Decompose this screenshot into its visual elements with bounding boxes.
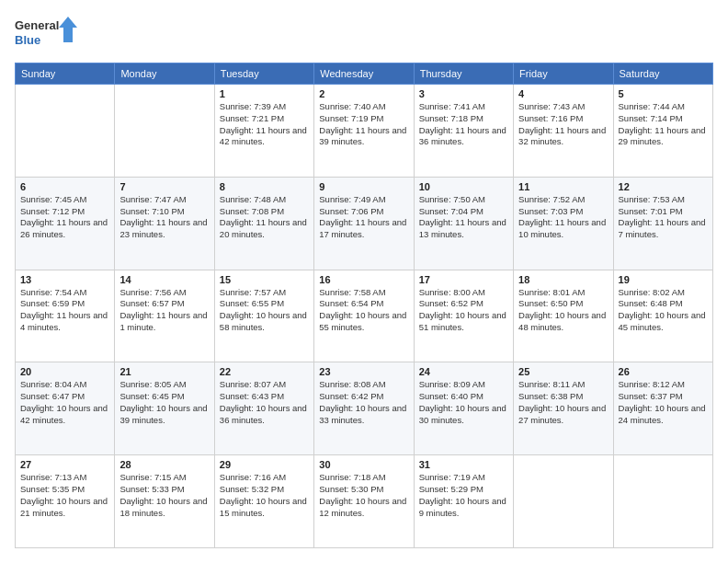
page-header: General Blue bbox=[15, 15, 713, 53]
day-number: 5 bbox=[619, 88, 708, 99]
day-cell: 26Sunrise: 8:12 AM Sunset: 6:37 PM Dayli… bbox=[613, 362, 712, 455]
day-cell: 1Sunrise: 7:39 AM Sunset: 7:21 PM Daylig… bbox=[214, 85, 313, 178]
day-info: Sunrise: 7:43 AM Sunset: 7:16 PM Dayligh… bbox=[518, 101, 608, 148]
day-info: Sunrise: 8:09 AM Sunset: 6:40 PM Dayligh… bbox=[419, 379, 508, 426]
day-cell: 10Sunrise: 7:50 AM Sunset: 7:04 PM Dayli… bbox=[414, 177, 513, 270]
day-cell: 2Sunrise: 7:40 AM Sunset: 7:19 PM Daylig… bbox=[314, 85, 414, 178]
day-cell: 13Sunrise: 7:54 AM Sunset: 6:59 PM Dayli… bbox=[16, 270, 115, 362]
day-number: 3 bbox=[419, 88, 508, 99]
day-number: 8 bbox=[220, 181, 309, 192]
day-info: Sunrise: 7:44 AM Sunset: 7:14 PM Dayligh… bbox=[619, 101, 708, 148]
day-number: 26 bbox=[619, 366, 708, 377]
day-cell: 23Sunrise: 8:08 AM Sunset: 6:42 PM Dayli… bbox=[314, 362, 414, 455]
weekday-friday: Friday bbox=[514, 63, 613, 85]
day-info: Sunrise: 7:40 AM Sunset: 7:19 PM Dayligh… bbox=[319, 101, 408, 148]
day-cell: 27Sunrise: 7:13 AM Sunset: 5:35 PM Dayli… bbox=[16, 455, 115, 548]
day-number: 23 bbox=[319, 366, 408, 377]
day-info: Sunrise: 7:56 AM Sunset: 6:57 PM Dayligh… bbox=[119, 287, 209, 334]
day-cell bbox=[16, 85, 115, 178]
day-number: 1 bbox=[220, 88, 309, 99]
day-number: 22 bbox=[220, 366, 309, 377]
day-number: 21 bbox=[119, 366, 209, 377]
day-cell: 4Sunrise: 7:43 AM Sunset: 7:16 PM Daylig… bbox=[514, 85, 613, 178]
day-cell: 9Sunrise: 7:49 AM Sunset: 7:06 PM Daylig… bbox=[314, 177, 414, 270]
calendar-table: SundayMondayTuesdayWednesdayThursdayFrid… bbox=[15, 63, 713, 548]
day-cell: 18Sunrise: 8:01 AM Sunset: 6:50 PM Dayli… bbox=[514, 270, 613, 362]
day-cell: 30Sunrise: 7:18 AM Sunset: 5:30 PM Dayli… bbox=[314, 455, 414, 548]
day-info: Sunrise: 7:48 AM Sunset: 7:08 PM Dayligh… bbox=[220, 194, 309, 241]
day-info: Sunrise: 7:57 AM Sunset: 6:55 PM Dayligh… bbox=[220, 287, 309, 334]
day-number: 9 bbox=[319, 181, 408, 192]
day-number: 12 bbox=[619, 181, 708, 192]
day-info: Sunrise: 7:49 AM Sunset: 7:06 PM Dayligh… bbox=[319, 194, 408, 241]
day-info: Sunrise: 7:54 AM Sunset: 6:59 PM Dayligh… bbox=[20, 287, 109, 334]
day-cell: 14Sunrise: 7:56 AM Sunset: 6:57 PM Dayli… bbox=[115, 270, 214, 362]
day-number: 14 bbox=[119, 274, 209, 285]
day-cell: 16Sunrise: 7:58 AM Sunset: 6:54 PM Dayli… bbox=[314, 270, 414, 362]
day-cell: 17Sunrise: 8:00 AM Sunset: 6:52 PM Dayli… bbox=[414, 270, 513, 362]
week-row-4: 27Sunrise: 7:13 AM Sunset: 5:35 PM Dayli… bbox=[16, 455, 713, 548]
day-cell: 24Sunrise: 8:09 AM Sunset: 6:40 PM Dayli… bbox=[414, 362, 513, 455]
svg-text:General: General bbox=[15, 18, 59, 32]
day-info: Sunrise: 7:58 AM Sunset: 6:54 PM Dayligh… bbox=[319, 287, 408, 334]
weekday-thursday: Thursday bbox=[414, 63, 513, 85]
day-number: 18 bbox=[518, 274, 608, 285]
day-number: 11 bbox=[518, 181, 608, 192]
day-info: Sunrise: 7:52 AM Sunset: 7:03 PM Dayligh… bbox=[518, 194, 608, 241]
weekday-tuesday: Tuesday bbox=[214, 63, 313, 85]
day-cell: 20Sunrise: 8:04 AM Sunset: 6:47 PM Dayli… bbox=[16, 362, 115, 455]
day-info: Sunrise: 8:11 AM Sunset: 6:38 PM Dayligh… bbox=[518, 379, 608, 426]
day-cell: 31Sunrise: 7:19 AM Sunset: 5:29 PM Dayli… bbox=[414, 455, 513, 548]
day-number: 25 bbox=[518, 366, 608, 377]
week-row-0: 1Sunrise: 7:39 AM Sunset: 7:21 PM Daylig… bbox=[16, 85, 713, 178]
day-info: Sunrise: 8:04 AM Sunset: 6:47 PM Dayligh… bbox=[20, 379, 109, 426]
day-number: 4 bbox=[518, 88, 608, 99]
day-info: Sunrise: 7:19 AM Sunset: 5:29 PM Dayligh… bbox=[419, 472, 508, 519]
day-info: Sunrise: 7:45 AM Sunset: 7:12 PM Dayligh… bbox=[20, 194, 109, 241]
weekday-sunday: Sunday bbox=[16, 63, 115, 85]
day-cell: 8Sunrise: 7:48 AM Sunset: 7:08 PM Daylig… bbox=[214, 177, 313, 270]
day-cell: 7Sunrise: 7:47 AM Sunset: 7:10 PM Daylig… bbox=[115, 177, 214, 270]
svg-marker-2 bbox=[59, 17, 77, 42]
day-number: 6 bbox=[20, 181, 109, 192]
weekday-saturday: Saturday bbox=[613, 63, 712, 85]
day-info: Sunrise: 8:07 AM Sunset: 6:43 PM Dayligh… bbox=[220, 379, 309, 426]
day-number: 24 bbox=[419, 366, 508, 377]
day-cell bbox=[115, 85, 214, 178]
day-number: 7 bbox=[119, 181, 209, 192]
week-row-3: 20Sunrise: 8:04 AM Sunset: 6:47 PM Dayli… bbox=[16, 362, 713, 455]
day-info: Sunrise: 7:39 AM Sunset: 7:21 PM Dayligh… bbox=[220, 101, 309, 148]
logo-svg: General Blue bbox=[15, 15, 79, 53]
day-cell: 12Sunrise: 7:53 AM Sunset: 7:01 PM Dayli… bbox=[613, 177, 712, 270]
day-info: Sunrise: 7:15 AM Sunset: 5:33 PM Dayligh… bbox=[119, 472, 209, 519]
day-cell: 11Sunrise: 7:52 AM Sunset: 7:03 PM Dayli… bbox=[514, 177, 613, 270]
day-number: 17 bbox=[419, 274, 508, 285]
week-row-2: 13Sunrise: 7:54 AM Sunset: 6:59 PM Dayli… bbox=[16, 270, 713, 362]
day-info: Sunrise: 7:16 AM Sunset: 5:32 PM Dayligh… bbox=[220, 472, 309, 519]
day-cell: 25Sunrise: 8:11 AM Sunset: 6:38 PM Dayli… bbox=[514, 362, 613, 455]
day-number: 19 bbox=[619, 274, 708, 285]
weekday-wednesday: Wednesday bbox=[314, 63, 414, 85]
day-number: 2 bbox=[319, 88, 408, 99]
day-cell: 21Sunrise: 8:05 AM Sunset: 6:45 PM Dayli… bbox=[115, 362, 214, 455]
day-number: 31 bbox=[419, 459, 508, 470]
day-info: Sunrise: 8:00 AM Sunset: 6:52 PM Dayligh… bbox=[419, 287, 508, 334]
day-cell bbox=[514, 455, 613, 548]
weekday-monday: Monday bbox=[115, 63, 214, 85]
day-info: Sunrise: 7:13 AM Sunset: 5:35 PM Dayligh… bbox=[20, 472, 109, 519]
day-cell: 19Sunrise: 8:02 AM Sunset: 6:48 PM Dayli… bbox=[613, 270, 712, 362]
week-row-1: 6Sunrise: 7:45 AM Sunset: 7:12 PM Daylig… bbox=[16, 177, 713, 270]
day-number: 10 bbox=[419, 181, 508, 192]
day-number: 27 bbox=[20, 459, 109, 470]
day-info: Sunrise: 8:02 AM Sunset: 6:48 PM Dayligh… bbox=[619, 287, 708, 334]
day-info: Sunrise: 8:05 AM Sunset: 6:45 PM Dayligh… bbox=[119, 379, 209, 426]
day-info: Sunrise: 7:50 AM Sunset: 7:04 PM Dayligh… bbox=[419, 194, 508, 241]
weekday-header-row: SundayMondayTuesdayWednesdayThursdayFrid… bbox=[16, 63, 713, 85]
day-cell: 6Sunrise: 7:45 AM Sunset: 7:12 PM Daylig… bbox=[16, 177, 115, 270]
day-info: Sunrise: 8:08 AM Sunset: 6:42 PM Dayligh… bbox=[319, 379, 408, 426]
day-info: Sunrise: 7:41 AM Sunset: 7:18 PM Dayligh… bbox=[419, 101, 508, 148]
day-info: Sunrise: 8:12 AM Sunset: 6:37 PM Dayligh… bbox=[619, 379, 708, 426]
day-number: 13 bbox=[20, 274, 109, 285]
day-info: Sunrise: 7:18 AM Sunset: 5:30 PM Dayligh… bbox=[319, 472, 408, 519]
day-cell: 3Sunrise: 7:41 AM Sunset: 7:18 PM Daylig… bbox=[414, 85, 513, 178]
